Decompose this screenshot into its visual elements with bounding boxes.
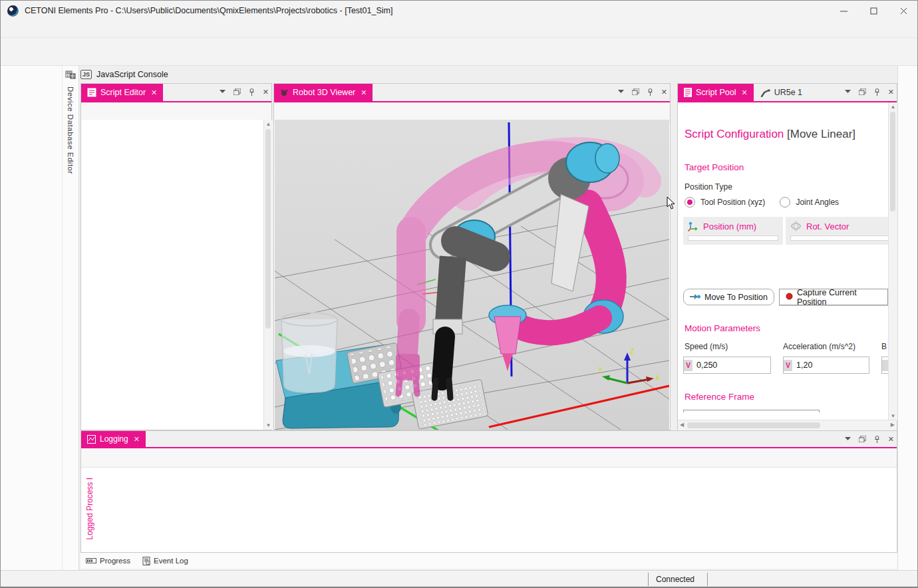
float-panel-icon[interactable] <box>859 436 866 442</box>
ur5e-tab[interactable]: UR5e 1 <box>754 84 809 101</box>
orientation-triad: Z Y X <box>598 348 660 383</box>
reference-frame-select[interactable]: Base ▼ <box>683 410 820 412</box>
capture-current-position-button[interactable]: Capture Current Position <box>779 289 888 305</box>
close-button[interactable] <box>889 1 918 21</box>
triad-z-label: Z <box>630 348 634 355</box>
progress-icon <box>86 557 96 564</box>
move-to-icon <box>690 293 700 302</box>
position-group-label: Position (mm) <box>703 221 756 231</box>
capture-icon <box>786 293 793 302</box>
speed-variable-button[interactable]: V <box>684 360 692 371</box>
main-toolbar <box>1 38 918 66</box>
pin-panel-icon[interactable] <box>647 88 653 96</box>
position-axes-icon <box>688 221 698 231</box>
pool-horizontal-scrollbar[interactable]: ◀ ▶ <box>678 420 897 430</box>
robot-3d-scene[interactable]: Z Y X <box>275 120 669 430</box>
blend-input-clipped[interactable] <box>881 357 888 374</box>
logging-tab-icon <box>87 435 96 444</box>
joint-angles-radio[interactable] <box>780 197 790 208</box>
robot-3d-viewer-panel: Robot 3D Viewer✕ ✕ <box>273 83 671 430</box>
float-panel-icon[interactable] <box>859 88 866 95</box>
glass-beaker <box>281 313 337 392</box>
position-type-label: Position Type <box>685 182 732 192</box>
pin-panel-icon[interactable] <box>874 88 880 96</box>
event-log-icon <box>142 557 150 565</box>
app-logo-icon <box>7 5 19 17</box>
float-panel-icon[interactable] <box>233 88 241 95</box>
device-database-editor-tab[interactable]: Device Database Editor <box>62 66 79 570</box>
viewer-header: Robot 3D Viewer✕ ✕ <box>274 84 670 102</box>
logging-chart[interactable] <box>81 467 898 553</box>
maximize-button[interactable] <box>859 1 889 21</box>
script-pool-header: Script Pool✕ UR5e 1 ✕ <box>678 84 897 102</box>
minimize-button[interactable] <box>829 1 859 21</box>
move-to-position-button[interactable]: Move To Position <box>683 289 774 305</box>
script-editor-tab[interactable]: Script Editor✕ <box>81 84 163 101</box>
logging-panel: Logging✕ ✕ Logged Process I <box>80 430 897 553</box>
script-configuration-form: Script Configuration [Move Linear] Targe… <box>678 102 888 412</box>
rot-group-label: Rot. Vector <box>806 221 849 231</box>
robot-tab-icon <box>760 88 770 97</box>
script-tree <box>81 120 263 430</box>
javascript-console-tab[interactable]: JS JavaScript Console <box>80 66 367 83</box>
mode-sidebar <box>1 66 62 570</box>
robot-3d-viewer-tab[interactable]: Robot 3D Viewer✕ <box>274 84 373 101</box>
acceleration-input[interactable]: V 1,20 <box>783 357 869 374</box>
dock-menu-icon[interactable] <box>220 90 226 94</box>
event-log-tab[interactable]: Event Log <box>142 557 188 565</box>
menu-bar <box>1 21 918 38</box>
script-tree-scrollbar[interactable]: ▲▼ <box>263 120 273 430</box>
window-title: CETONI Elements Pro - C:\Users\Public\Do… <box>25 6 392 15</box>
logging-header: Logging✕ ✕ <box>81 431 897 448</box>
float-panel-icon[interactable] <box>632 88 639 95</box>
close-tab-icon[interactable]: ✕ <box>134 435 140 444</box>
close-panel-icon[interactable]: ✕ <box>661 88 667 96</box>
config-title-step: [Move Linear] <box>784 128 855 140</box>
device-database-icon <box>65 70 78 81</box>
dock-menu-icon[interactable] <box>845 437 851 441</box>
close-panel-icon[interactable]: ✕ <box>888 88 894 96</box>
script-editor-panel: Script Editor✕ ✕ ▲▼ <box>80 83 272 430</box>
script-editor-header: Script Editor✕ ✕ <box>81 84 271 102</box>
blend-label-clipped: B <box>881 342 887 351</box>
script-pool-panel: Script Pool✕ UR5e 1 ✕ Script Configurati… <box>677 83 897 430</box>
position-group: Position (mm) <box>683 217 783 245</box>
joint-angles-label: Joint Angles <box>796 198 839 207</box>
application-window: CETONI Elements Pro - C:\Users\Public\Do… <box>0 0 918 588</box>
target-position-heading: Target Position <box>685 162 744 172</box>
pin-panel-icon[interactable] <box>874 436 880 443</box>
rotation-icon <box>790 221 802 231</box>
config-title: Script Configuration <box>685 128 784 140</box>
connection-status: Connected <box>656 575 694 584</box>
tool-position-radio[interactable] <box>685 197 695 208</box>
close-tab-icon[interactable]: ✕ <box>361 88 367 97</box>
title-bar: CETONI Elements Pro - C:\Users\Public\Do… <box>1 1 918 21</box>
reference-frame-heading: Reference Frame <box>685 392 754 402</box>
logging-toolbar <box>81 448 897 468</box>
motion-parameters-heading: Motion Parameters <box>685 323 760 333</box>
speed-value: 0,250 <box>692 361 717 370</box>
close-panel-icon[interactable]: ✕ <box>263 88 269 96</box>
right-tool-strip <box>897 66 918 570</box>
dock-menu-icon[interactable] <box>618 90 624 94</box>
triad-x-label: X <box>655 374 660 382</box>
script-editor-toolbar <box>81 102 271 122</box>
pool-vertical-scrollbar[interactable]: ▲▼ <box>888 102 897 420</box>
logging-tab[interactable]: Logging✕ <box>81 431 146 447</box>
js-icon: JS <box>80 70 92 79</box>
viewer-tab-icon <box>280 88 289 97</box>
script-pool-tab[interactable]: Script Pool✕ <box>678 84 754 101</box>
triad-y-label: Y <box>598 367 603 374</box>
close-tab-icon[interactable]: ✕ <box>151 88 157 97</box>
dock-menu-icon[interactable] <box>845 90 851 94</box>
acceleration-label: Acceleration (m/s^2) <box>783 342 855 351</box>
progress-tab[interactable]: Progress <box>86 557 130 565</box>
acceleration-variable-button[interactable]: V <box>784 360 792 371</box>
script-editor-tab-icon <box>87 88 96 97</box>
close-panel-icon[interactable]: ✕ <box>888 435 894 444</box>
close-tab-icon[interactable]: ✕ <box>741 88 747 97</box>
speed-input[interactable]: V 0,250 <box>683 357 771 374</box>
tool-position-label: Tool Position (xyz) <box>700 198 765 207</box>
pin-panel-icon[interactable] <box>249 88 255 96</box>
script-pool-tab-icon <box>684 88 692 97</box>
